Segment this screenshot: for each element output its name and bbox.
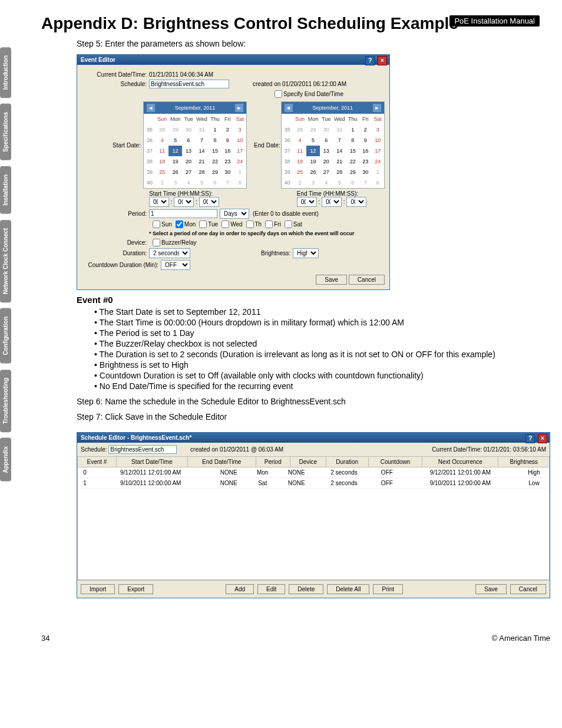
calendar-day[interactable]: 20 <box>182 156 195 167</box>
day-checkbox[interactable] <box>285 220 292 228</box>
close-icon[interactable]: × <box>378 56 387 65</box>
table-header[interactable]: Event # <box>78 457 117 467</box>
sched-cancel-button[interactable]: Cancel <box>510 584 546 594</box>
calendar-day[interactable]: 30 <box>320 124 333 135</box>
brightness-select[interactable]: High <box>293 248 319 258</box>
calendar-day[interactable]: 29 <box>209 167 222 177</box>
day-checkbox[interactable] <box>199 220 207 228</box>
day-checkbox[interactable] <box>153 220 160 228</box>
time-select[interactable]: 00 <box>322 197 342 207</box>
calendar-day[interactable]: 6 <box>182 135 195 146</box>
calendar-day[interactable]: 19 <box>306 156 320 167</box>
calendar-day[interactable]: 1 <box>209 124 222 135</box>
calendar-day[interactable]: 30 <box>222 167 234 177</box>
calendar-day[interactable]: 30 <box>182 124 195 135</box>
calendar-day[interactable]: 13 <box>320 146 333 156</box>
calendar-day[interactable]: 12 <box>306 146 320 156</box>
calendar-day[interactable]: 14 <box>195 146 209 156</box>
nav-tab[interactable]: Appendix <box>0 438 11 482</box>
calendar-day[interactable]: 19 <box>168 156 182 167</box>
calendar-day[interactable]: 4 <box>320 177 333 188</box>
calendar-day[interactable]: 10 <box>234 135 247 146</box>
delete-all-button[interactable]: Delete All <box>327 584 369 594</box>
start-time-selects[interactable]: 00 : 00 : 00 <box>149 199 219 205</box>
table-header[interactable]: Device <box>290 457 326 467</box>
export-button[interactable]: Export <box>118 584 153 594</box>
calendar-day[interactable]: 1 <box>371 167 384 177</box>
calendar-day[interactable]: 6 <box>346 177 359 188</box>
calendar-day[interactable]: 18 <box>293 156 306 167</box>
calendar-day[interactable]: 9 <box>222 135 234 146</box>
calendar-day[interactable]: 28 <box>293 124 306 135</box>
day-checkbox[interactable] <box>246 220 254 228</box>
calendar-day[interactable]: 9 <box>359 135 372 146</box>
calendar-day[interactable]: 24 <box>371 156 384 167</box>
countdown-select[interactable]: OFF <box>161 260 190 270</box>
calendar-day[interactable]: 4 <box>182 177 195 188</box>
calendar-day[interactable]: 25 <box>156 167 168 177</box>
calendar-day[interactable]: 7 <box>359 177 372 188</box>
calendar-day[interactable]: 28 <box>156 124 168 135</box>
calendar-day[interactable]: 6 <box>209 177 222 188</box>
nav-tab[interactable]: Network Clock Connect <box>0 220 11 302</box>
calendar-day[interactable]: 24 <box>234 156 247 167</box>
calendar-day[interactable]: 11 <box>156 146 168 156</box>
calendar-day[interactable]: 13 <box>182 146 195 156</box>
calendar-day[interactable]: 5 <box>168 135 182 146</box>
calendar-day[interactable]: 17 <box>371 146 384 156</box>
import-button[interactable]: Import <box>81 584 115 594</box>
table-header[interactable]: Start Date/Time <box>116 457 187 467</box>
calendar-day[interactable]: 1 <box>346 124 359 135</box>
end-time-selects[interactable]: 00 : 00 : 00 <box>297 199 367 205</box>
add-button[interactable]: Add <box>226 584 254 594</box>
next-month-icon[interactable]: ► <box>234 103 244 113</box>
calendar-day[interactable]: 16 <box>222 146 234 156</box>
calendar-day[interactable]: 28 <box>195 167 209 177</box>
calendar-day[interactable]: 23 <box>222 156 234 167</box>
calendar-day[interactable]: 7 <box>195 135 209 146</box>
calendar-day[interactable]: 11 <box>293 146 306 156</box>
calendar-day[interactable]: 29 <box>306 124 320 135</box>
table-row[interactable]: 09/12/2011 12:01:00 AMNONEMonNONE2 secon… <box>78 467 549 478</box>
calendar-day[interactable]: 27 <box>320 167 333 177</box>
time-select[interactable]: 00 <box>199 197 219 207</box>
nav-tab[interactable]: Specifications <box>0 104 11 160</box>
calendar-day[interactable]: 18 <box>156 156 168 167</box>
table-row[interactable]: 19/10/2011 12:00:00 AMNONESatNONE2 secon… <box>78 478 549 489</box>
table-header[interactable]: Next Occurrence <box>422 457 498 467</box>
time-select[interactable]: 00 <box>149 197 169 207</box>
time-select[interactable]: 00 <box>346 197 366 207</box>
nav-tab[interactable]: Introduction <box>0 47 11 98</box>
calendar-day[interactable]: 28 <box>333 167 346 177</box>
calendar-day[interactable]: 15 <box>346 146 359 156</box>
calendar-day[interactable]: 3 <box>371 124 384 135</box>
calendar-day[interactable]: 29 <box>346 167 359 177</box>
calendar-day[interactable]: 2 <box>222 124 234 135</box>
time-select[interactable]: 00 <box>297 197 317 207</box>
calendar-day[interactable]: 21 <box>333 156 346 167</box>
calendar-day[interactable]: 31 <box>195 124 209 135</box>
calendar-day[interactable]: 8 <box>209 135 222 146</box>
calendar-day[interactable]: 22 <box>346 156 359 167</box>
table-header[interactable]: Period <box>256 457 290 467</box>
schedule-input[interactable] <box>149 80 229 88</box>
calendar-day[interactable]: 2 <box>293 177 306 188</box>
day-checkbox[interactable] <box>176 220 183 228</box>
calendar-day[interactable]: 8 <box>234 177 247 188</box>
calendar-day[interactable]: 3 <box>306 177 320 188</box>
specify-end-checkbox[interactable] <box>275 90 282 98</box>
cancel-button[interactable]: Cancel <box>349 275 385 285</box>
calendar-day[interactable]: 20 <box>320 156 333 167</box>
calendar-day[interactable]: 1 <box>234 167 247 177</box>
calendar-day[interactable]: 29 <box>168 124 182 135</box>
calendar-day[interactable]: 27 <box>182 167 195 177</box>
calendar-day[interactable]: 6 <box>320 135 333 146</box>
nav-tab[interactable]: Troubleshooting <box>0 370 11 432</box>
delete-button[interactable]: Delete <box>289 584 323 594</box>
calendar-day[interactable]: 5 <box>195 177 209 188</box>
calendar-day[interactable]: 5 <box>306 135 320 146</box>
calendar-day[interactable]: 3 <box>234 124 247 135</box>
start-calendar[interactable]: ◄September, 2011►SunMonTueWedThuFriSat35… <box>143 101 247 189</box>
edit-button[interactable]: Edit <box>257 584 285 594</box>
calendar-day[interactable]: 21 <box>195 156 209 167</box>
